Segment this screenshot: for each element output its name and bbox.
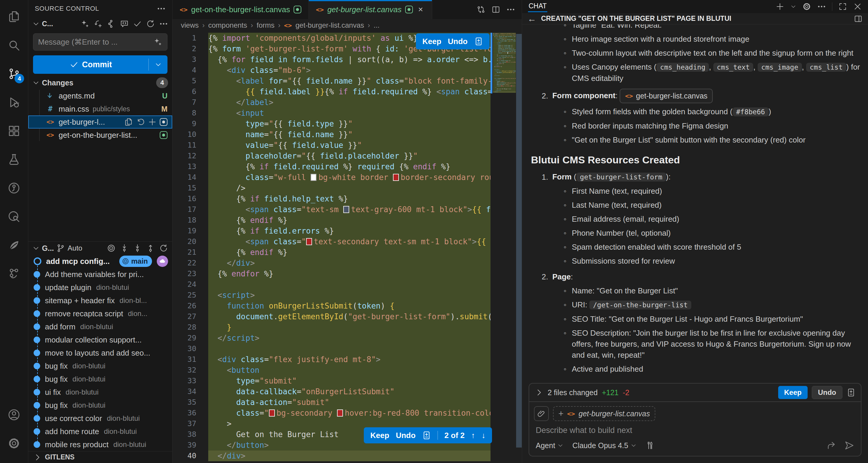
file-row-main-css[interactable]: #main.csspublic/stylesM [28, 102, 172, 116]
commit-row[interactable]: bug fixdion-blutui [28, 399, 172, 412]
activity-item-gitlens[interactable] [5, 179, 23, 197]
activity-item-explorer[interactable] [5, 8, 23, 26]
editor-scrollbar[interactable] [516, 34, 522, 447]
minimap[interactable]: {% import 'components/global/inputs' as … [491, 33, 516, 463]
changes-section-header[interactable]: Changes 4 [28, 76, 172, 89]
commit-row[interactable]: modular collection support... [28, 333, 172, 346]
refresh-icon[interactable] [146, 19, 155, 28]
chevron-right-icon[interactable] [534, 388, 544, 397]
activity-item-project-manager[interactable] [5, 265, 23, 283]
branch-icon[interactable] [56, 244, 65, 253]
file-row-agents-md[interactable]: agents.mdU [28, 89, 172, 102]
commit-row[interactable]: mobile res productdion-blutui [28, 438, 172, 451]
commit-row[interactable]: add mcp config...main [28, 255, 172, 268]
commit-row[interactable]: update plugindion-blutui [28, 281, 172, 294]
commit-row[interactable]: bug fixdion-blutui [28, 360, 172, 373]
activity-item-search[interactable] [5, 36, 23, 54]
breadcrumb-item[interactable]: get-burger-list.canvas [296, 21, 364, 29]
commit-row[interactable]: ui fixdion-blutui [28, 385, 172, 399]
breadcrumb[interactable]: views›components›forms›<>get-burger-list… [173, 19, 522, 32]
tab-chat[interactable]: CHAT [528, 1, 547, 12]
files-changed-bar[interactable]: 2 files changed +121 -2 Keep Undo [529, 383, 861, 402]
commit-row[interactable]: use correct colordion-blutui [28, 412, 172, 425]
file-row-get-on-the-burger-list-[interactable]: <>get-on-the-burger-list... [28, 128, 172, 142]
commit-row[interactable]: add home routedion-blutui [28, 425, 172, 438]
commit-row[interactable]: bug fixdion-blutui [28, 373, 172, 385]
attachment-chip[interactable]: + <> get-burger-list.canvas [553, 406, 655, 421]
create-branch-icon[interactable] [94, 19, 103, 28]
chat-more-icon[interactable] [817, 2, 826, 11]
activity-item-extensions[interactable] [5, 122, 23, 140]
close-tab-icon[interactable]: × [416, 5, 425, 14]
open-file-icon[interactable] [124, 118, 133, 126]
cloud-badge-icon[interactable] [157, 256, 168, 267]
code-review-icon[interactable] [120, 19, 129, 28]
undo-button[interactable]: Undo [448, 37, 468, 46]
undo-button[interactable]: Undo [396, 431, 415, 440]
model-selector[interactable]: Claude Opus 4.5 [572, 441, 637, 450]
compare-changes-icon[interactable] [476, 5, 486, 14]
diff-file-icon[interactable] [422, 431, 431, 440]
commit-row[interactable]: move to layouts and add seo... [28, 346, 172, 360]
commit-row[interactable]: Add theme variables for pri... [28, 268, 172, 281]
code-editor[interactable]: 1{% import 'components/global/inputs' as… [173, 32, 522, 463]
breadcrumb-item[interactable]: components [208, 21, 247, 29]
activity-item-accounts[interactable] [5, 406, 23, 424]
discard-changes-icon[interactable] [136, 118, 145, 126]
activity-item-leaf-extension[interactable] [5, 236, 23, 254]
next-change-icon[interactable]: ↓ [482, 431, 486, 440]
refresh-icon[interactable] [159, 244, 168, 253]
breadcrumb-item[interactable]: views [181, 21, 199, 29]
graph-section-header[interactable]: G... Auto [28, 242, 172, 255]
scm-more-icon[interactable] [159, 19, 168, 28]
activity-item-run-debug[interactable] [5, 93, 23, 111]
file-chip[interactable]: <>get-burger-list.canvas [620, 89, 713, 103]
keep-button[interactable]: Keep [778, 386, 808, 399]
prev-change-icon[interactable]: ↑ [471, 431, 475, 440]
graph-auto-label[interactable]: Auto [67, 244, 82, 252]
open-in-editor-icon[interactable] [854, 14, 863, 23]
attach-button[interactable] [534, 406, 549, 421]
activity-item-source-control[interactable]: 4 [5, 65, 23, 83]
close-panel-icon[interactable] [853, 2, 862, 11]
breadcrumb-item[interactable]: ... [374, 21, 379, 29]
fetch-icon[interactable] [120, 244, 129, 253]
maximize-panel-icon[interactable] [838, 2, 847, 11]
sidebar-more-icon[interactable] [157, 4, 166, 13]
mode-selector[interactable]: Agent [536, 441, 563, 450]
breadcrumb-item[interactable]: forms [257, 21, 275, 29]
commit-message-input[interactable]: Message (⌘Enter to ... [33, 33, 167, 51]
diff-file-icon[interactable] [846, 388, 856, 397]
tab-get-on-the-burger-list[interactable]: <> get-on-the-burger-list.canvas [173, 0, 309, 19]
commit-dropdown[interactable] [149, 59, 167, 70]
commit-check-icon[interactable] [133, 19, 142, 28]
push-icon[interactable] [146, 244, 155, 253]
commit-graph-icon[interactable] [107, 19, 116, 28]
keep-button[interactable]: Keep [423, 37, 441, 46]
chevron-down-icon[interactable] [32, 20, 39, 27]
chat-messages[interactable]: ◦Tagline "Eat. Win. Repeat."◦Hero image … [522, 24, 868, 379]
keep-button[interactable]: Keep [370, 431, 390, 440]
target-icon[interactable] [107, 244, 116, 253]
stage-changes-icon[interactable] [148, 118, 157, 126]
branch-badge[interactable]: main [119, 256, 152, 267]
chevron-down-icon[interactable] [790, 4, 796, 9]
commit-row[interactable]: remove recaptca scriptdion... [28, 307, 172, 320]
repo-row[interactable]: C... [28, 17, 172, 30]
diff-file-icon[interactable] [474, 37, 483, 46]
commit-button[interactable]: Commit [33, 55, 167, 74]
pull-icon[interactable] [133, 244, 142, 253]
editor-more-icon[interactable] [506, 5, 515, 14]
commit-row[interactable]: add formdion-blutui [28, 320, 172, 333]
gitlens-section-header[interactable]: GITLENS [28, 451, 172, 463]
split-editor-icon[interactable] [491, 5, 500, 14]
activity-item-gitlens-inspect[interactable] [5, 208, 23, 225]
generate-message-icon[interactable] [154, 37, 162, 47]
file-row-get-burger-l-[interactable]: <>get-burger-l... [28, 116, 172, 128]
chat-input[interactable]: Describe what to build next [529, 422, 861, 436]
send-icon[interactable] [844, 440, 854, 451]
tools-icon[interactable] [646, 441, 654, 450]
commit-row[interactable]: sitemap + header fixdion-bl... [28, 294, 172, 307]
undo-button[interactable]: Undo [812, 386, 842, 399]
activity-item-settings[interactable] [5, 434, 23, 452]
